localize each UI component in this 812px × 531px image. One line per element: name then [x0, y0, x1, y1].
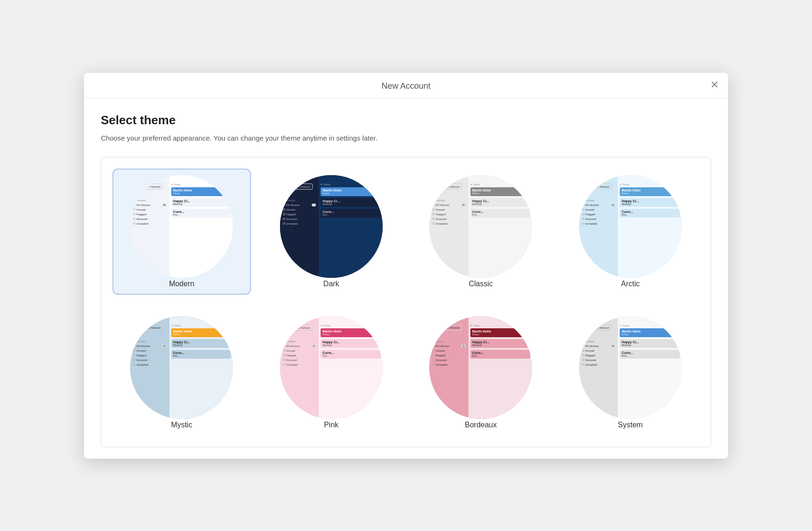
dialog-title: New Account — [381, 81, 430, 91]
theme-name-bordeaux: Bordeaux — [465, 421, 497, 429]
theme-name-arctic: Arctic — [621, 280, 640, 288]
close-button[interactable]: ✕ — [710, 80, 719, 90]
theme-name-mystic: Mystic — [171, 421, 192, 429]
theme-item-mystic[interactable]: Menu+ New↻ RefreshMail▾ FavoritesAll Inb… — [112, 310, 251, 436]
section-description: Choose your preferred appearance. You ca… — [101, 134, 711, 142]
theme-name-system: System — [618, 421, 643, 429]
theme-name-classic: Classic — [469, 280, 493, 288]
theme-item-arctic[interactable]: Menu+ New↻ RefreshMail▾ FavoritesAll Inb… — [561, 169, 700, 295]
theme-name-pink: Pink — [324, 421, 338, 429]
dialog-body: Select theme Choose your preferred appea… — [84, 98, 728, 459]
theme-item-bordeaux[interactable]: Menu+ New↻ RefreshMail▾ FavoritesAll Inb… — [412, 310, 550, 436]
theme-item-system[interactable]: Menu+ New↻ RefreshMail▾ FavoritesAll Inb… — [561, 310, 700, 436]
themes-grid: Menu+ New↻ RefreshMail▾ FavoritesAll Inb… — [112, 169, 700, 436]
theme-name-dark: Dark — [323, 280, 339, 288]
theme-item-dark[interactable]: Menu+ New↻ RefreshMail▾ FavoritesAll Inb… — [262, 169, 401, 295]
section-title: Select theme — [101, 113, 711, 127]
theme-item-modern[interactable]: Menu+ New↻ RefreshMail▾ FavoritesAll Inb… — [112, 169, 251, 295]
themes-scroll-area[interactable]: Menu+ New↻ RefreshMail▾ FavoritesAll Inb… — [101, 157, 711, 447]
theme-item-classic[interactable]: Menu+ New↻ RefreshMail▾ FavoritesAll Inb… — [412, 169, 550, 295]
theme-name-modern: Modern — [169, 280, 194, 288]
theme-item-pink[interactable]: Menu+ New↻ RefreshMail▾ FavoritesAll Inb… — [262, 310, 401, 436]
dialog-header: New Account ✕ — [84, 73, 728, 98]
new-account-dialog: New Account ✕ Select theme Choose your p… — [84, 73, 728, 459]
